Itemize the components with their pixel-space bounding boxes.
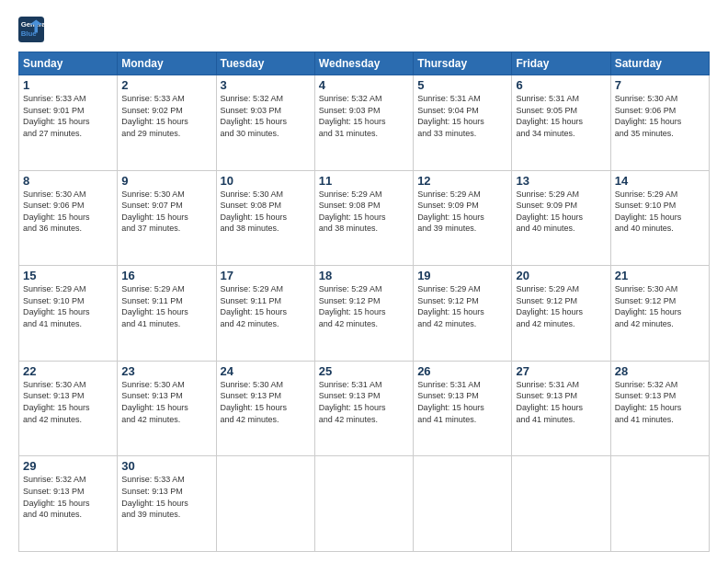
day-info: Sunrise: 5:32 AM Sunset: 9:03 PM Dayligh…	[319, 93, 409, 139]
calendar-cell: 8Sunrise: 5:30 AM Sunset: 9:06 PM Daylig…	[19, 170, 118, 266]
day-info: Sunrise: 5:29 AM Sunset: 9:12 PM Dayligh…	[319, 283, 409, 329]
day-number: 2	[121, 78, 211, 92]
day-number: 20	[516, 269, 606, 282]
day-info: Sunrise: 5:30 AM Sunset: 9:08 PM Dayligh…	[221, 189, 311, 235]
day-number: 18	[319, 269, 409, 282]
calendar-cell: 1Sunrise: 5:33 AM Sunset: 9:01 PM Daylig…	[19, 75, 118, 171]
calendar-cell: 3Sunrise: 5:32 AM Sunset: 9:03 PM Daylig…	[216, 75, 314, 171]
header: General Blue	[18, 17, 710, 42]
day-info: Sunrise: 5:29 AM Sunset: 9:08 PM Dayligh…	[319, 189, 409, 235]
day-info: Sunrise: 5:33 AM Sunset: 9:01 PM Dayligh…	[23, 93, 113, 139]
day-number: 11	[319, 174, 409, 188]
day-number: 28	[615, 364, 705, 378]
calendar-cell: 7Sunrise: 5:30 AM Sunset: 9:06 PM Daylig…	[610, 75, 709, 171]
calendar-cell: 16Sunrise: 5:29 AM Sunset: 9:11 PM Dayli…	[118, 266, 216, 362]
day-number: 29	[23, 459, 113, 473]
calendar-cell: 15Sunrise: 5:29 AM Sunset: 9:10 PM Dayli…	[19, 266, 118, 362]
day-number: 5	[417, 78, 507, 92]
calendar-cell: 29Sunrise: 5:32 AM Sunset: 9:13 PM Dayli…	[19, 456, 118, 552]
calendar-cell: 22Sunrise: 5:30 AM Sunset: 9:13 PM Dayli…	[19, 361, 118, 456]
day-info: Sunrise: 5:30 AM Sunset: 9:13 PM Dayligh…	[221, 379, 311, 425]
day-header-friday: Friday	[512, 52, 610, 75]
day-info: Sunrise: 5:33 AM Sunset: 9:02 PM Dayligh…	[121, 93, 211, 139]
calendar-week-row: 22Sunrise: 5:30 AM Sunset: 9:13 PM Dayli…	[19, 361, 710, 456]
calendar-cell	[414, 456, 512, 552]
calendar-cell: 10Sunrise: 5:30 AM Sunset: 9:08 PM Dayli…	[216, 170, 314, 266]
day-header-sunday: Sunday	[19, 52, 118, 75]
day-header-saturday: Saturday	[610, 52, 709, 75]
calendar-week-row: 29Sunrise: 5:32 AM Sunset: 9:13 PM Dayli…	[19, 456, 710, 552]
day-info: Sunrise: 5:31 AM Sunset: 9:05 PM Dayligh…	[516, 93, 606, 139]
calendar-cell: 27Sunrise: 5:31 AM Sunset: 9:13 PM Dayli…	[512, 361, 610, 456]
day-number: 3	[221, 78, 311, 92]
day-number: 22	[23, 364, 113, 378]
day-info: Sunrise: 5:29 AM Sunset: 9:11 PM Dayligh…	[121, 283, 211, 329]
day-number: 12	[417, 174, 507, 188]
calendar-cell: 23Sunrise: 5:30 AM Sunset: 9:13 PM Dayli…	[118, 361, 216, 456]
day-info: Sunrise: 5:32 AM Sunset: 9:13 PM Dayligh…	[23, 474, 113, 520]
calendar-week-row: 15Sunrise: 5:29 AM Sunset: 9:10 PM Dayli…	[19, 266, 710, 362]
day-number: 25	[319, 364, 409, 378]
day-number: 17	[221, 269, 311, 282]
calendar-cell: 2Sunrise: 5:33 AM Sunset: 9:02 PM Daylig…	[118, 75, 216, 171]
day-number: 23	[121, 364, 211, 378]
day-number: 10	[221, 174, 311, 188]
calendar-header-row: SundayMondayTuesdayWednesdayThursdayFrid…	[19, 52, 710, 75]
day-info: Sunrise: 5:29 AM Sunset: 9:10 PM Dayligh…	[615, 189, 705, 235]
day-number: 7	[615, 78, 705, 92]
day-info: Sunrise: 5:30 AM Sunset: 9:06 PM Dayligh…	[23, 189, 113, 235]
calendar-cell: 4Sunrise: 5:32 AM Sunset: 9:03 PM Daylig…	[314, 75, 413, 171]
day-number: 19	[417, 269, 507, 282]
day-info: Sunrise: 5:33 AM Sunset: 9:13 PM Dayligh…	[121, 474, 211, 520]
day-info: Sunrise: 5:30 AM Sunset: 9:07 PM Dayligh…	[121, 189, 211, 235]
day-number: 27	[516, 364, 606, 378]
calendar-cell: 9Sunrise: 5:30 AM Sunset: 9:07 PM Daylig…	[118, 170, 216, 266]
day-info: Sunrise: 5:29 AM Sunset: 9:12 PM Dayligh…	[417, 283, 507, 329]
calendar-cell: 20Sunrise: 5:29 AM Sunset: 9:12 PM Dayli…	[512, 266, 610, 362]
logo-icon: General Blue	[18, 17, 44, 42]
day-info: Sunrise: 5:30 AM Sunset: 9:06 PM Dayligh…	[615, 93, 705, 139]
calendar-cell: 25Sunrise: 5:31 AM Sunset: 9:13 PM Dayli…	[314, 361, 413, 456]
calendar-cell	[216, 456, 314, 552]
day-number: 26	[417, 364, 507, 378]
calendar-table: SundayMondayTuesdayWednesdayThursdayFrid…	[18, 52, 710, 552]
calendar-cell: 28Sunrise: 5:32 AM Sunset: 9:13 PM Dayli…	[610, 361, 709, 456]
day-header-thursday: Thursday	[414, 52, 512, 75]
calendar-cell: 17Sunrise: 5:29 AM Sunset: 9:11 PM Dayli…	[216, 266, 314, 362]
calendar-week-row: 1Sunrise: 5:33 AM Sunset: 9:01 PM Daylig…	[19, 75, 710, 171]
day-info: Sunrise: 5:29 AM Sunset: 9:12 PM Dayligh…	[516, 283, 606, 329]
day-info: Sunrise: 5:29 AM Sunset: 9:10 PM Dayligh…	[23, 283, 113, 329]
calendar-cell: 12Sunrise: 5:29 AM Sunset: 9:09 PM Dayli…	[414, 170, 512, 266]
calendar-cell: 13Sunrise: 5:29 AM Sunset: 9:09 PM Dayli…	[512, 170, 610, 266]
calendar-cell: 11Sunrise: 5:29 AM Sunset: 9:08 PM Dayli…	[314, 170, 413, 266]
day-header-tuesday: Tuesday	[216, 52, 314, 75]
day-info: Sunrise: 5:30 AM Sunset: 9:12 PM Dayligh…	[615, 283, 705, 329]
day-number: 14	[615, 174, 705, 188]
day-info: Sunrise: 5:31 AM Sunset: 9:13 PM Dayligh…	[417, 379, 507, 425]
day-info: Sunrise: 5:30 AM Sunset: 9:13 PM Dayligh…	[121, 379, 211, 425]
page: General Blue SundayMondayTuesdayWednesda…	[0, 0, 728, 563]
calendar-cell: 26Sunrise: 5:31 AM Sunset: 9:13 PM Dayli…	[414, 361, 512, 456]
day-header-monday: Monday	[118, 52, 216, 75]
day-number: 1	[23, 78, 113, 92]
day-info: Sunrise: 5:31 AM Sunset: 9:13 PM Dayligh…	[516, 379, 606, 425]
calendar-week-row: 8Sunrise: 5:30 AM Sunset: 9:06 PM Daylig…	[19, 170, 710, 266]
calendar-cell	[314, 456, 413, 552]
svg-text:General: General	[21, 20, 44, 29]
calendar-cell: 18Sunrise: 5:29 AM Sunset: 9:12 PM Dayli…	[314, 266, 413, 362]
day-number: 24	[221, 364, 311, 378]
calendar-cell: 24Sunrise: 5:30 AM Sunset: 9:13 PM Dayli…	[216, 361, 314, 456]
calendar-cell	[610, 456, 709, 552]
day-number: 8	[23, 174, 113, 188]
day-number: 13	[516, 174, 606, 188]
day-info: Sunrise: 5:31 AM Sunset: 9:04 PM Dayligh…	[417, 93, 507, 139]
day-number: 21	[615, 269, 705, 282]
calendar-cell	[512, 456, 610, 552]
day-info: Sunrise: 5:31 AM Sunset: 9:13 PM Dayligh…	[319, 379, 409, 425]
day-info: Sunrise: 5:30 AM Sunset: 9:13 PM Dayligh…	[23, 379, 113, 425]
logo: General Blue	[18, 17, 44, 42]
calendar-cell: 6Sunrise: 5:31 AM Sunset: 9:05 PM Daylig…	[512, 75, 610, 171]
day-number: 6	[516, 78, 606, 92]
day-info: Sunrise: 5:32 AM Sunset: 9:03 PM Dayligh…	[221, 93, 311, 139]
calendar-cell: 14Sunrise: 5:29 AM Sunset: 9:10 PM Dayli…	[610, 170, 709, 266]
